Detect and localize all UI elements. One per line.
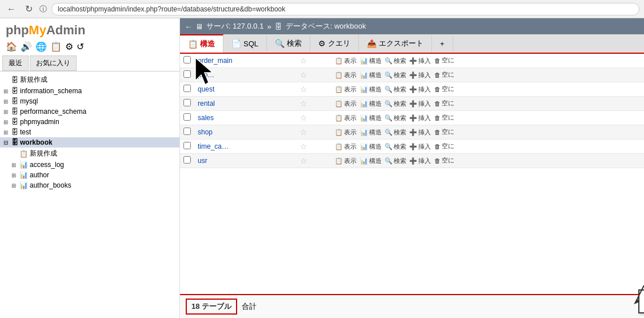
- star-icon[interactable]: ☆: [300, 99, 307, 108]
- search-action[interactable]: 🔍検索: [385, 128, 406, 137]
- search-action[interactable]: 🔍検索: [385, 114, 406, 122]
- search-action[interactable]: 🔍検索: [385, 85, 406, 94]
- table-name-link[interactable]: usr: [198, 157, 207, 165]
- tree-new-workbook[interactable]: 📋 新規作成: [0, 148, 179, 160]
- tab-favorites[interactable]: お気に入り: [30, 55, 77, 71]
- star-icon[interactable]: ☆: [300, 156, 307, 165]
- view-action[interactable]: 📋表示: [335, 100, 357, 108]
- search-action[interactable]: 🔍検索: [385, 142, 406, 151]
- insert-action[interactable]: ➕挿入: [409, 142, 431, 151]
- row-checkbox[interactable]: [183, 99, 191, 106]
- insert-action[interactable]: ➕挿入: [409, 100, 431, 108]
- tab-search[interactable]: 🔍 検索: [267, 35, 310, 52]
- structure-action[interactable]: 📊構造: [360, 71, 382, 80]
- empty-action[interactable]: 🗑空に: [434, 56, 454, 65]
- tab-export[interactable]: 📤 エクスポート: [359, 35, 432, 52]
- settings-icon[interactable]: ⚙: [65, 41, 73, 52]
- tab-sql[interactable]: 📄 SQL: [223, 35, 267, 51]
- empty-action[interactable]: 🗑空に: [434, 99, 454, 108]
- insert-action[interactable]: ➕挿入: [409, 128, 431, 137]
- tree-new-root[interactable]: 🗄 新規作成: [0, 74, 179, 86]
- tree-access-log[interactable]: ⊞ 📊 access_log: [0, 160, 179, 170]
- star-icon[interactable]: ☆: [300, 113, 307, 122]
- row-checkbox[interactable]: [183, 142, 191, 149]
- star-icon[interactable]: ☆: [300, 56, 307, 65]
- content-area: ← 🖥 サーバ: 127.0.0.1 » 🗄 データベース: workbook …: [180, 18, 644, 318]
- copy-icon[interactable]: 📋: [50, 41, 62, 52]
- table-name-link[interactable]: pro…: [198, 71, 214, 79]
- star-icon[interactable]: ☆: [300, 85, 307, 94]
- structure-action[interactable]: 📊構造: [360, 100, 382, 108]
- star-icon[interactable]: ☆: [300, 70, 307, 80]
- row-checkbox[interactable]: [183, 85, 191, 92]
- table-name-link[interactable]: order_main: [198, 57, 233, 65]
- empty-action[interactable]: 🗑空に: [434, 142, 454, 150]
- refresh-button[interactable]: ↻: [23, 2, 35, 15]
- table-icon: 📊: [19, 171, 28, 179]
- star-icon[interactable]: ☆: [300, 128, 307, 137]
- search-action[interactable]: 🔍検索: [385, 57, 406, 65]
- table-name-link[interactable]: shop: [198, 128, 213, 136]
- table-name-link[interactable]: rental: [198, 100, 215, 108]
- insert-action[interactable]: ➕挿入: [409, 57, 431, 65]
- back-button[interactable]: ←: [5, 3, 18, 15]
- refresh-icon[interactable]: ↺: [77, 41, 84, 52]
- view-action[interactable]: 📋表示: [335, 157, 357, 165]
- row-checkbox[interactable]: [183, 70, 191, 78]
- view-icon: 📋: [335, 71, 343, 79]
- insert-action[interactable]: ➕挿入: [409, 114, 431, 122]
- recent-icon[interactable]: 🔊: [21, 41, 32, 52]
- search-action[interactable]: 🔍検索: [385, 71, 406, 80]
- tree-mysql[interactable]: ⊞ 🗄 mysql: [0, 96, 179, 106]
- header-back-arrow[interactable]: ←: [185, 22, 192, 31]
- row-checkbox[interactable]: [183, 156, 191, 164]
- tree-author-books[interactable]: ⊞ 📊 author_books: [0, 180, 179, 190]
- star-icon[interactable]: ☆: [300, 142, 307, 151]
- view-action[interactable]: 📋表示: [335, 57, 357, 65]
- empty-action[interactable]: 🗑空に: [434, 156, 454, 165]
- view-action[interactable]: 📋表示: [335, 114, 357, 122]
- view-action[interactable]: 📋表示: [335, 142, 357, 151]
- structure-action[interactable]: 📊構造: [360, 128, 382, 137]
- table-name-link[interactable]: time_ca…: [198, 142, 229, 150]
- logo-my: My: [29, 23, 46, 37]
- tab-query[interactable]: ⚙ クエリ: [310, 35, 359, 52]
- view-action[interactable]: 📋表示: [335, 85, 357, 94]
- view-action[interactable]: 📋表示: [335, 71, 357, 80]
- server-icon: 🖥: [195, 22, 203, 31]
- search-action[interactable]: 🔍検索: [385, 100, 406, 108]
- empty-action[interactable]: 🗑空に: [434, 70, 454, 79]
- tab-structure[interactable]: 📋 構造: [180, 34, 223, 54]
- row-checkbox[interactable]: [183, 113, 191, 121]
- empty-action[interactable]: 🗑空に: [434, 113, 454, 122]
- tree-item-label: mysql: [20, 97, 38, 105]
- url-bar[interactable]: localhost/phpmyadmin/index.php?route=/da…: [51, 3, 639, 15]
- tree-test[interactable]: ⊞ 🗄 test: [0, 127, 179, 137]
- empty-action[interactable]: 🗑空に: [434, 85, 454, 93]
- row-checkbox[interactable]: [183, 128, 191, 135]
- tree-performance-schema[interactable]: ⊞ 🗄 performance_schema: [0, 106, 179, 117]
- row-checkbox[interactable]: [183, 56, 191, 63]
- structure-action[interactable]: 📊構造: [360, 142, 382, 151]
- insert-action[interactable]: ➕挿入: [409, 85, 431, 94]
- tab-recent[interactable]: 最近: [2, 55, 29, 71]
- structure-action[interactable]: 📊構造: [360, 85, 382, 94]
- home-icon[interactable]: 🏠: [6, 41, 17, 52]
- empty-action[interactable]: 🗑空に: [434, 128, 454, 136]
- tab-more[interactable]: +: [432, 36, 453, 51]
- table-name-link[interactable]: sales: [198, 114, 214, 122]
- tree-phpmyadmin[interactable]: ⊞ 🗄 phpmyadmin: [0, 117, 179, 127]
- structure-action[interactable]: 📊構造: [360, 114, 382, 122]
- tree-item-label: 新規作成: [30, 149, 57, 158]
- tree-workbook[interactable]: ⊟ 🗄 workbook: [0, 137, 179, 148]
- tree-information-schema[interactable]: ⊞ 🗄 information_schema: [0, 86, 179, 96]
- structure-action[interactable]: 📊構造: [360, 157, 382, 165]
- insert-action[interactable]: ➕挿入: [409, 157, 431, 165]
- search-action[interactable]: 🔍検索: [385, 157, 406, 165]
- view-action[interactable]: 📋表示: [335, 128, 357, 137]
- table-name-link[interactable]: quest: [198, 85, 214, 93]
- tree-author[interactable]: ⊞ 📊 author: [0, 170, 179, 180]
- structure-action[interactable]: 📊構造: [360, 57, 382, 65]
- insert-action[interactable]: ➕挿入: [409, 71, 431, 80]
- globe-icon[interactable]: 🌐: [35, 41, 47, 52]
